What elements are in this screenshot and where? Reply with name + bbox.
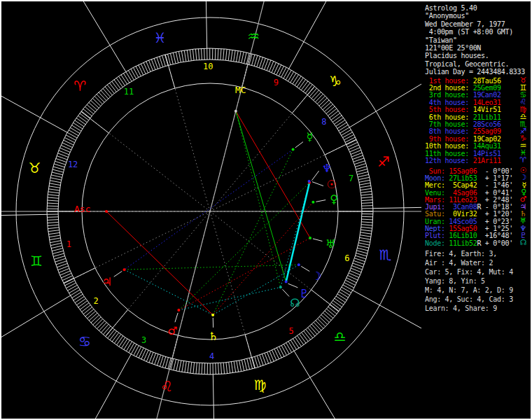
planet-pointer xyxy=(301,266,309,271)
uranus-wheel-icon: ♅ xyxy=(326,237,335,251)
tally-line: Learn: 4, Share: 9 xyxy=(425,304,531,313)
daily-motion-value: + 0°00' xyxy=(481,239,513,247)
house-row: 9th house: 19Cap02♑ xyxy=(425,135,530,142)
pluto-wheel-icon: ♇ xyxy=(299,287,309,300)
planet-pointer xyxy=(288,284,298,288)
venus-wheel-icon: ♀ xyxy=(330,192,338,206)
house-cusp-value: 14Leo31 xyxy=(473,99,501,106)
house-cusp-segment xyxy=(81,111,109,133)
sign-boundary xyxy=(294,351,310,378)
planet-row: Sun: 15Sag06 - 0°00'☉ xyxy=(425,167,530,174)
house-number: 11 xyxy=(124,87,134,97)
chart-wheel-svg: 123456789101112♈♉♊♋♌♍♎♏♐♑♒♓☉☽☿♀♂♃♄♅♆♇☊As… xyxy=(1,1,421,419)
sign-boundary-extension xyxy=(304,1,421,42)
mc-dot xyxy=(234,110,237,113)
planet-row: Mars: 11Leo23 + 2°48'♂ xyxy=(425,196,530,203)
sign-boundary-extension xyxy=(202,1,206,18)
house-cusp-segment xyxy=(64,268,95,284)
planet-pointer xyxy=(283,289,290,296)
sign-boundary xyxy=(289,42,304,69)
node-wheel-icon: ☊ xyxy=(290,296,300,309)
header-line: "Taiwan" xyxy=(425,36,532,44)
house-number: 12 xyxy=(68,160,78,169)
aries-sign-icon: ♈ xyxy=(74,78,86,94)
ascendant-dot xyxy=(105,210,108,213)
midheaven-label: MC xyxy=(235,85,246,95)
planet-position-dot xyxy=(279,286,282,288)
sun-wheel-icon: ☉ xyxy=(326,178,336,191)
sign-boundary-extension xyxy=(1,1,110,46)
planet-position-dot xyxy=(292,148,295,150)
house-row: 4th house: 14Leo31♌ xyxy=(425,99,530,106)
planet-label: Node: xyxy=(425,239,449,247)
house-label: 1st house: xyxy=(425,77,473,85)
house-number: 8 xyxy=(321,117,326,127)
aspect-line xyxy=(125,149,293,270)
planet-row: Plut: 16Lib10 +16°48'♇ xyxy=(425,232,530,239)
house-cusp-value: 14Pis51 xyxy=(473,150,501,158)
planet-pointer xyxy=(316,200,326,202)
sign-boundary-extension xyxy=(310,377,421,419)
house-cusp-value: 21Lib11 xyxy=(473,113,501,121)
gemini-sign-icon: ♊ xyxy=(30,253,43,270)
house-number: 7 xyxy=(349,174,354,183)
house-row: 5th house: 14Vir51♍ xyxy=(425,106,530,113)
planet-row: Venu: 4Sag06 + 0°41'♀ xyxy=(425,189,530,196)
tally-line: Ang: 4, Suc: 4, Cad: 3 xyxy=(425,295,531,304)
zodiac-sign-icon: ♈ xyxy=(519,157,530,164)
house-cusp-segment xyxy=(245,335,255,368)
house-row: 3rd house: 19Can02♋ xyxy=(425,92,530,99)
sign-boundary-extension xyxy=(1,381,116,419)
libra-sign-icon: ♎ xyxy=(334,328,346,345)
planet-pointer xyxy=(312,182,323,186)
house-number: 2 xyxy=(94,296,99,306)
planet-pointer xyxy=(295,142,303,148)
header-line: Wed December 7, 1977 xyxy=(425,20,532,28)
house-cusp-value: 19Can02 xyxy=(473,91,501,99)
planet-row: Nept: 15Sag50 + 1°25'♆ xyxy=(425,225,530,232)
virgo-sign-icon: ♍ xyxy=(253,377,266,393)
aspect-line xyxy=(236,111,310,238)
planet-pointer xyxy=(114,271,122,276)
cancer-sign-icon: ♋ xyxy=(78,333,91,350)
house-label: 6th house: xyxy=(425,113,473,121)
sign-boundary-extension xyxy=(214,405,218,419)
header-line: Placidus houses. xyxy=(425,52,532,59)
aspect-line xyxy=(213,265,299,315)
house-cusp-segment xyxy=(312,290,340,312)
house-label: 8th house: xyxy=(425,127,473,135)
house-label: 3rd house: xyxy=(425,91,473,99)
scorpio-sign-icon: ♏ xyxy=(379,246,391,263)
house-label: 2nd house: xyxy=(425,84,473,92)
planet-row: Satu: 0Vir32 + 1°20'♄ xyxy=(425,211,530,218)
aspect-line xyxy=(213,149,293,315)
house-label: 7th house: xyxy=(425,120,473,128)
natal-chart-wheel[interactable]: 123456789101112♈♉♊♋♌♍♎♏♐♑♒♓☉☽☿♀♂♃♄♅♆♇☊As… xyxy=(1,1,421,419)
node-icon: ☊ xyxy=(520,239,530,246)
header-line: Tropical, Geocentric. xyxy=(425,60,532,68)
aspect-line xyxy=(281,183,309,288)
house-cusp-segment xyxy=(165,55,175,88)
sign-boundary xyxy=(110,46,126,72)
sign-boundary xyxy=(44,295,71,312)
astrolog-window: 123456789101112♈♉♊♋♌♍♎♏♐♑♒♓☉☽☿♀♂♃♄♅♆♇☊As… xyxy=(0,0,532,420)
app-title: Astrolog 5.40 xyxy=(425,4,532,12)
house-cusp-list: 1st house: 28Tau56♉ 2nd house: 25Gem09♊ … xyxy=(425,77,530,164)
aspect-line xyxy=(125,265,299,270)
house-cusp-value: 28Sco56 xyxy=(473,120,501,128)
sign-boundary xyxy=(41,118,68,132)
house-cusp-segment xyxy=(292,86,314,113)
house-cusp-line xyxy=(91,119,210,211)
planet-row: Jupi: 3Can08R - 0°18'♃ xyxy=(425,203,530,210)
aspect-line xyxy=(178,287,280,310)
house-row: 2nd house: 25Gem09♊ xyxy=(425,84,530,91)
planet-position-dot xyxy=(123,268,126,271)
tally-line: Air : 4, Water: 2 xyxy=(425,258,531,267)
aspect-line xyxy=(236,111,286,282)
house-cusp-segment xyxy=(106,309,128,336)
sagittarius-sign-icon: ♐ xyxy=(377,153,390,170)
header-line: 4:00pm (ST +8:00 GMT) xyxy=(425,28,532,36)
house-row: 1st house: 28Tau56♉ xyxy=(425,77,530,84)
sign-boundary-extension xyxy=(1,1,41,118)
house-label: 12th house: xyxy=(425,157,473,164)
